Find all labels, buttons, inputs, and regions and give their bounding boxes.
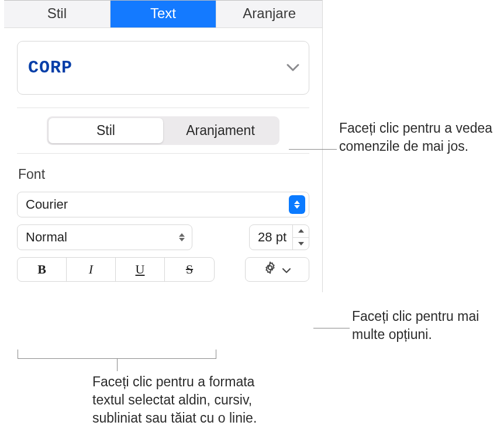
bold-button[interactable]: B — [18, 258, 67, 281]
callout-gear: Faceți clic pentru mai multe opțiuni. — [352, 307, 501, 344]
underline-button[interactable]: U — [116, 258, 165, 281]
callout-bius: Faceți clic pentru a formata textul sele… — [92, 373, 285, 427]
stepper-arrows[interactable] — [292, 225, 309, 250]
chevron-down-icon — [282, 262, 291, 277]
font-family-popup[interactable]: Courier — [17, 192, 309, 217]
callout-subtabs: Faceți clic pentru a vedea comenzile de … — [339, 119, 500, 155]
font-section-label: Font — [18, 167, 322, 182]
subtab-style[interactable]: Stil — [49, 118, 163, 143]
tab-arrange[interactable]: Aranjare — [216, 1, 322, 27]
font-weight-value: Normal — [26, 230, 67, 245]
popup-arrows-icon — [179, 233, 188, 241]
strikethrough-button[interactable]: S — [165, 258, 214, 281]
callout-leader-line — [289, 149, 337, 150]
callout-leader-line — [313, 328, 350, 328]
subtab-layout[interactable]: Aranjament — [163, 118, 278, 143]
inspector-top-tabs: Stil Text Aranjare — [4, 1, 322, 28]
font-weight-popup[interactable]: Normal — [17, 224, 192, 250]
callout-bracket — [18, 350, 216, 359]
text-style-group: B I U S — [17, 257, 215, 282]
font-advanced-options-button[interactable] — [245, 257, 309, 282]
gear-icon — [263, 261, 277, 278]
tab-style[interactable]: Stil — [4, 1, 111, 27]
stepper-up[interactable] — [293, 225, 309, 238]
italic-button[interactable]: I — [67, 258, 116, 281]
stepper-down[interactable] — [293, 238, 309, 250]
svg-point-0 — [268, 266, 272, 269]
text-subtabs-segmented: Stil Aranjament — [47, 116, 279, 145]
tab-text[interactable]: Text — [111, 1, 217, 27]
chevron-down-icon — [286, 64, 299, 72]
paragraph-style-name: CORP — [28, 58, 73, 78]
popup-arrows-icon — [289, 195, 305, 214]
format-inspector-panel: Stil Text Aranjare CORP Stil Aranjament … — [4, 0, 323, 292]
font-size-stepper[interactable]: 28 pt — [249, 224, 309, 250]
font-size-value: 28 pt — [250, 225, 292, 250]
font-family-value: Courier — [26, 197, 68, 212]
paragraph-style-popup[interactable]: CORP — [17, 41, 309, 95]
